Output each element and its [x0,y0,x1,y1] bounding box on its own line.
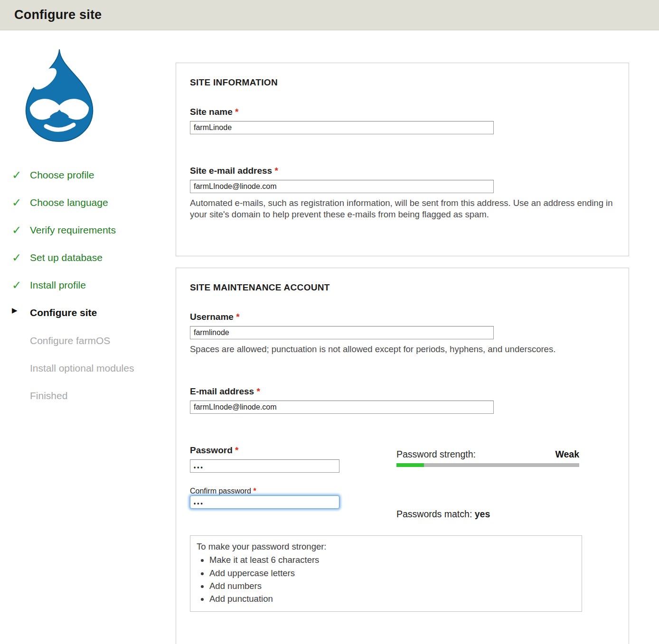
passwords-match-value: yes [475,509,490,519]
install-steps-list: ✓ Choose profile ✓ Choose language ✓ Ver… [12,169,176,401]
password-suggestion: Make it at least 6 characters [209,554,574,566]
step-label: Install profile [30,280,86,290]
step-label: Choose profile [30,169,94,180]
step-label: Verify requirements [30,224,116,235]
step-label: Configure farmOS [30,335,110,346]
site-maintenance-legend: SITE MAINTENANCE ACCOUNT [190,282,614,293]
step-label: Install optional modules [30,363,134,373]
check-icon: ✓ [12,224,26,236]
site-information-legend: SITE INFORMATION [190,77,614,88]
check-icon: ✓ [12,252,26,264]
password-strength-indicator: Password strength: Weak [396,445,579,467]
step-label: Choose language [30,197,108,208]
confirm-password-row: Confirm password * Passwords match: yes [190,487,614,520]
username-item: Username * Spaces are allowed; punctuati… [190,312,614,355]
step-choose-language: ✓ Choose language [12,197,176,208]
step-label: Finished [30,390,67,401]
confirm-password-input[interactable] [190,495,339,509]
password-strength-value: Weak [555,449,579,460]
required-marker: * [256,386,260,396]
site-maintenance-account-fieldset: SITE MAINTENANCE ACCOUNT Username * Spac… [176,268,629,644]
passwords-match-label: Passwords match: [396,509,472,519]
drupal-logo [12,47,107,145]
install-sidebar: ✓ Choose profile ✓ Choose language ✓ Ver… [0,30,176,644]
step-verify-requirements: ✓ Verify requirements [12,224,176,235]
passwords-match-indicator: Passwords match: yes [396,487,579,520]
confirm-password-label: Confirm password * [190,487,256,495]
current-step-arrow-icon: ▶ [12,307,26,315]
page-title: Configure site [14,8,102,22]
username-input[interactable] [190,326,494,339]
account-email-label: E-mail address * [190,386,614,397]
password-row: Password * Password strength: Weak [190,445,614,473]
confirm-password-item: Confirm password * [190,487,339,509]
drupal-droplet-icon [12,47,107,145]
password-suggestions-title: To make your password stronger: [197,541,574,552]
check-icon: ✓ [12,169,26,181]
check-icon: ✓ [12,196,26,209]
step-label: Configure site [30,307,97,318]
username-description: Spaces are allowed; punctuation is not a… [190,344,614,355]
password-suggestion: Add numbers [209,580,574,592]
site-email-input[interactable] [190,180,494,193]
step-install-optional-modules: Install optional modules [12,363,176,373]
required-marker: * [235,107,238,117]
step-choose-profile: ✓ Choose profile [12,169,176,180]
account-email-item: E-mail address * [190,386,614,414]
configure-site-form: SITE INFORMATION Site name * Site e-mail… [176,30,659,644]
password-label: Password * [190,445,339,456]
site-email-item: Site e-mail address * Automated e-mails,… [190,166,614,221]
step-install-profile: ✓ Install profile [12,280,176,290]
step-configure-farmos: Configure farmOS [12,335,176,346]
step-configure-site: ▶ Configure site [12,307,176,318]
page-header: Configure site [0,0,659,30]
step-finished: Finished [12,390,176,401]
required-marker: * [235,445,238,455]
site-name-item: Site name * [190,107,614,134]
required-marker: * [236,312,239,322]
password-strength-label: Password strength: [396,449,476,460]
site-email-description: Automated e-mails, such as registration … [190,197,614,221]
step-set-up-database: ✓ Set up database [12,252,176,263]
main-layout: ✓ Choose profile ✓ Choose language ✓ Ver… [0,30,659,644]
site-email-label: Site e-mail address * [190,166,614,176]
password-suggestions-box: To make your password stronger: Make it … [190,535,582,611]
password-input[interactable] [190,459,339,473]
password-strength-bar [396,463,579,467]
password-suggestion: Add punctuation [209,593,574,605]
password-suggestion: Add uppercase letters [209,568,574,579]
check-icon: ✓ [12,279,26,291]
site-name-input[interactable] [190,121,494,134]
username-label: Username * [190,312,614,322]
site-information-fieldset: SITE INFORMATION Site name * Site e-mail… [176,63,629,256]
account-email-input[interactable] [190,401,494,414]
site-name-label: Site name * [190,107,614,117]
required-marker: * [253,487,256,495]
password-suggestions-list: Make it at least 6 characters Add upperc… [197,554,574,604]
step-label: Set up database [30,252,103,263]
password-strength-fill [396,463,424,467]
password-item: Password * [190,445,339,473]
required-marker: * [274,166,278,176]
